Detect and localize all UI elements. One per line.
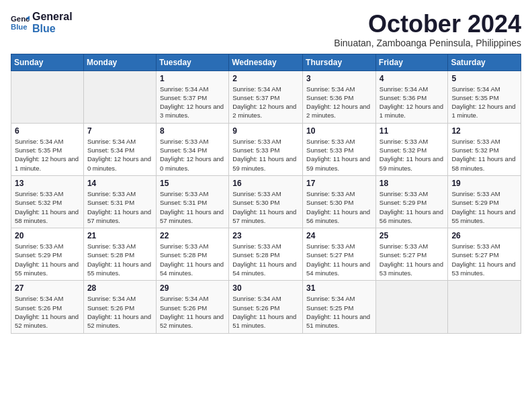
table-row: 28Sunrise: 5:34 AMSunset: 5:26 PMDayligh… — [83, 281, 156, 333]
table-row: 13Sunrise: 5:33 AMSunset: 5:32 PMDayligh… — [11, 175, 84, 228]
day-info: Sunrise: 5:33 AMSunset: 5:32 PMDaylight:… — [15, 189, 80, 225]
day-number: 9 — [232, 126, 299, 136]
header-tuesday: Tuesday — [156, 54, 228, 71]
day-info: Sunrise: 5:34 AMSunset: 5:36 PMDaylight:… — [380, 85, 445, 120]
table-row: 25Sunrise: 5:33 AMSunset: 5:27 PMDayligh… — [375, 228, 448, 281]
table-row: 8Sunrise: 5:33 AMSunset: 5:34 PMDaylight… — [156, 123, 228, 175]
day-info: Sunrise: 5:33 AMSunset: 5:32 PMDaylight:… — [451, 137, 517, 173]
table-row: 1Sunrise: 5:34 AMSunset: 5:37 PMDaylight… — [156, 71, 228, 123]
table-row: 21Sunrise: 5:33 AMSunset: 5:28 PMDayligh… — [83, 228, 156, 281]
day-info: Sunrise: 5:33 AMSunset: 5:27 PMDaylight:… — [451, 242, 517, 277]
day-info: Sunrise: 5:33 AMSunset: 5:30 PMDaylight:… — [232, 189, 299, 225]
header-wednesday: Wednesday — [229, 54, 303, 71]
day-number: 24 — [306, 231, 372, 240]
day-info: Sunrise: 5:33 AMSunset: 5:33 PMDaylight:… — [232, 137, 299, 173]
day-info: Sunrise: 5:33 AMSunset: 5:28 PMDaylight:… — [87, 242, 152, 277]
table-row: 11Sunrise: 5:33 AMSunset: 5:32 PMDayligh… — [375, 123, 448, 175]
table-row: 6Sunrise: 5:34 AMSunset: 5:35 PMDaylight… — [11, 123, 84, 175]
logo-icon: General Blue — [11, 13, 30, 32]
day-number: 22 — [160, 231, 225, 240]
day-info: Sunrise: 5:34 AMSunset: 5:35 PMDaylight:… — [15, 137, 80, 173]
day-info: Sunrise: 5:34 AMSunset: 5:26 PMDaylight:… — [160, 294, 225, 330]
header-saturday: Saturday — [448, 54, 521, 71]
header-sunday: Sunday — [11, 54, 84, 71]
day-number: 19 — [451, 179, 517, 188]
day-info: Sunrise: 5:33 AMSunset: 5:30 PMDaylight:… — [306, 189, 372, 225]
table-row: 17Sunrise: 5:33 AMSunset: 5:30 PMDayligh… — [303, 175, 376, 228]
header-thursday: Thursday — [303, 54, 376, 71]
table-row: 26Sunrise: 5:33 AMSunset: 5:27 PMDayligh… — [448, 228, 521, 281]
day-info: Sunrise: 5:34 AMSunset: 5:26 PMDaylight:… — [15, 294, 80, 330]
table-row: 29Sunrise: 5:34 AMSunset: 5:26 PMDayligh… — [156, 281, 228, 333]
day-number: 1 — [160, 74, 225, 83]
table-row — [83, 71, 156, 123]
day-number: 13 — [15, 179, 80, 188]
day-number: 4 — [380, 74, 445, 83]
table-row: 19Sunrise: 5:33 AMSunset: 5:29 PMDayligh… — [448, 175, 521, 228]
day-info: Sunrise: 5:33 AMSunset: 5:32 PMDaylight:… — [380, 137, 445, 173]
subtitle: Binuatan, Zamboanga Peninsula, Philippin… — [334, 38, 521, 48]
logo-line2: Blue — [32, 23, 73, 35]
day-info: Sunrise: 5:34 AMSunset: 5:26 PMDaylight:… — [232, 294, 299, 330]
table-row — [375, 281, 448, 333]
day-number: 27 — [15, 283, 80, 293]
day-number: 17 — [306, 179, 372, 188]
day-info: Sunrise: 5:34 AMSunset: 5:36 PMDaylight:… — [306, 85, 372, 120]
table-row: 22Sunrise: 5:33 AMSunset: 5:28 PMDayligh… — [156, 228, 228, 281]
day-info: Sunrise: 5:33 AMSunset: 5:28 PMDaylight:… — [160, 242, 225, 277]
table-row: 10Sunrise: 5:33 AMSunset: 5:33 PMDayligh… — [303, 123, 376, 175]
title-section: October 2024 Binuatan, Zamboanga Peninsu… — [334, 11, 521, 48]
day-number: 26 — [451, 231, 517, 240]
day-info: Sunrise: 5:34 AMSunset: 5:26 PMDaylight:… — [87, 294, 152, 330]
day-number: 2 — [232, 74, 299, 83]
table-row: 23Sunrise: 5:33 AMSunset: 5:28 PMDayligh… — [229, 228, 303, 281]
day-info: Sunrise: 5:33 AMSunset: 5:27 PMDaylight:… — [306, 242, 372, 277]
day-info: Sunrise: 5:33 AMSunset: 5:28 PMDaylight:… — [232, 242, 299, 277]
month-title: October 2024 — [334, 11, 521, 38]
day-info: Sunrise: 5:33 AMSunset: 5:34 PMDaylight:… — [160, 137, 225, 173]
day-number: 6 — [15, 126, 80, 136]
page-header: General Blue General Blue October 2024 B… — [11, 11, 521, 48]
day-number: 5 — [451, 74, 517, 83]
table-row: 20Sunrise: 5:33 AMSunset: 5:29 PMDayligh… — [11, 228, 84, 281]
table-row: 16Sunrise: 5:33 AMSunset: 5:30 PMDayligh… — [229, 175, 303, 228]
table-row: 24Sunrise: 5:33 AMSunset: 5:27 PMDayligh… — [303, 228, 376, 281]
day-number: 12 — [451, 126, 517, 136]
day-info: Sunrise: 5:33 AMSunset: 5:29 PMDaylight:… — [15, 242, 80, 277]
day-number: 8 — [160, 126, 225, 136]
day-info: Sunrise: 5:34 AMSunset: 5:35 PMDaylight:… — [451, 85, 517, 120]
table-row: 27Sunrise: 5:34 AMSunset: 5:26 PMDayligh… — [11, 281, 84, 333]
day-info: Sunrise: 5:33 AMSunset: 5:31 PMDaylight:… — [160, 189, 225, 225]
table-row: 9Sunrise: 5:33 AMSunset: 5:33 PMDaylight… — [229, 123, 303, 175]
table-row: 31Sunrise: 5:34 AMSunset: 5:25 PMDayligh… — [303, 281, 376, 333]
day-number: 20 — [15, 231, 80, 240]
svg-text:General: General — [11, 15, 30, 23]
day-info: Sunrise: 5:33 AMSunset: 5:29 PMDaylight:… — [380, 189, 445, 225]
day-number: 28 — [87, 283, 152, 293]
day-info: Sunrise: 5:34 AMSunset: 5:37 PMDaylight:… — [232, 85, 299, 120]
header-friday: Friday — [375, 54, 448, 71]
logo-line1: General — [32, 11, 73, 23]
day-number: 18 — [380, 179, 445, 188]
day-info: Sunrise: 5:33 AMSunset: 5:31 PMDaylight:… — [87, 189, 152, 225]
table-row: 15Sunrise: 5:33 AMSunset: 5:31 PMDayligh… — [156, 175, 228, 228]
table-row — [11, 71, 84, 123]
table-row: 7Sunrise: 5:34 AMSunset: 5:34 PMDaylight… — [83, 123, 156, 175]
day-info: Sunrise: 5:33 AMSunset: 5:27 PMDaylight:… — [380, 242, 445, 277]
day-number: 29 — [160, 283, 225, 293]
svg-text:Blue: Blue — [11, 22, 28, 30]
table-row: 4Sunrise: 5:34 AMSunset: 5:36 PMDaylight… — [375, 71, 448, 123]
day-number: 15 — [160, 179, 225, 188]
calendar-body: 1Sunrise: 5:34 AMSunset: 5:37 PMDaylight… — [11, 71, 521, 333]
day-number: 3 — [306, 74, 372, 83]
day-info: Sunrise: 5:34 AMSunset: 5:37 PMDaylight:… — [160, 85, 225, 120]
day-info: Sunrise: 5:34 AMSunset: 5:25 PMDaylight:… — [306, 294, 372, 330]
table-row — [448, 281, 521, 333]
table-row: 12Sunrise: 5:33 AMSunset: 5:32 PMDayligh… — [448, 123, 521, 175]
day-number: 16 — [232, 179, 299, 188]
table-row: 30Sunrise: 5:34 AMSunset: 5:26 PMDayligh… — [229, 281, 303, 333]
day-number: 31 — [306, 283, 372, 293]
header-monday: Monday — [83, 54, 156, 71]
logo: General Blue General Blue — [11, 11, 73, 34]
day-info: Sunrise: 5:34 AMSunset: 5:34 PMDaylight:… — [87, 137, 152, 173]
